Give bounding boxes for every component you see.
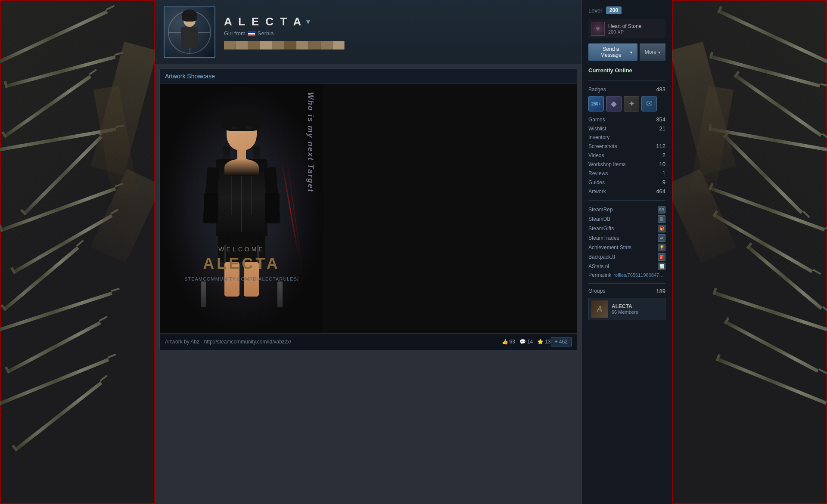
artwork-value: 464 [656, 188, 665, 195]
reviews-stat-row[interactable]: Reviews 1 [588, 169, 665, 178]
achievement-stats-row[interactable]: Achievement Stats 🏆 [588, 243, 665, 252]
comment-icon: 💬 [519, 339, 526, 345]
wishlist-label: Wishlist [588, 126, 606, 132]
group-avatar: A [591, 300, 608, 318]
main-content: A L E C T A ▾ Girl from Serbia [155, 0, 672, 504]
right-weapon-panel [672, 0, 827, 504]
permalink-value: rofiles/76561198084777570 [613, 272, 665, 278]
third-party-links: SteamRep SR SteamDB 🗄 SteamGifts 🎁 Steam… [588, 205, 665, 279]
workshop-stat-row[interactable]: Workshop Items 10 [588, 160, 665, 169]
badge-ornate-icon: ✦ [624, 96, 639, 111]
games-label: Games [588, 117, 605, 123]
online-status: Currently Online [588, 67, 665, 74]
groups-value: 189 [656, 288, 665, 294]
welcome-text-block: WELCOME ALECTA STEAMCOMMUNITY.COM/ID/ALE… [177, 246, 306, 281]
guides-stat-row[interactable]: Guides 9 [588, 178, 665, 187]
groups-label: Groups [588, 288, 605, 294]
videos-value: 2 [662, 152, 665, 158]
plus-count-button[interactable]: + 462 [551, 337, 572, 346]
award-star-icon: ⭐ [537, 339, 544, 345]
likes-count: 👍 63 [502, 339, 515, 345]
guides-value: 9 [662, 179, 665, 186]
astats-row[interactable]: AStats.nl 📊 [588, 262, 665, 271]
steamtrades-icon: ⇄ [658, 234, 665, 242]
wishlist-stat-row[interactable]: Wishlist 21 [588, 124, 665, 133]
screenshots-label: Screenshots [588, 143, 617, 149]
artwork-interactions: 👍 63 💬 14 ⭐ 13 [502, 339, 551, 345]
right-sidebar: Level 200 ♥ Heart of Stone 200 XP Send a… [581, 0, 672, 504]
send-message-button[interactable]: Send a Message ▾ [588, 43, 637, 61]
groups-header: Groups 189 [588, 288, 665, 294]
more-button[interactable]: More ▾ [640, 43, 665, 61]
username-text: A L E C T A [224, 15, 303, 28]
content-area: Artwork Showcase [155, 65, 581, 504]
steamrep-icon: SR [658, 206, 665, 213]
welcome-url: STEAMCOMMUNITY.COM/ID/ALECTARULES/ [177, 276, 306, 281]
heart-icon: ♥ [591, 22, 605, 36]
awards-count: ⭐ 13 [537, 339, 550, 345]
backpack-row[interactable]: Backpack.tf 🎒 [588, 252, 665, 262]
inventory-stat-row[interactable]: Inventory [588, 133, 665, 142]
videos-stat-row[interactable]: Videos 2 [588, 151, 665, 160]
permalink-label: Permalink [588, 272, 611, 278]
guides-label: Guides [588, 179, 605, 186]
steamgifts-row[interactable]: SteamGifts 🎁 [588, 224, 665, 233]
stats-section: Badges 483 250+ ◆ ✦ ✉ Games 354 Wishlist… [588, 85, 665, 196]
games-value: 354 [656, 116, 665, 123]
artwork-footer: Artwork by Abz - http://steamcommunity.c… [160, 333, 577, 350]
workshop-value: 10 [659, 161, 665, 167]
artwork-showcase: Artwork Showcase [159, 69, 577, 350]
badges-row: 250+ ◆ ✦ ✉ [588, 96, 665, 111]
badges-stat-row: Badges 483 [588, 85, 665, 94]
left-weapon-panel [0, 0, 155, 504]
reviews-label: Reviews [588, 170, 608, 176]
badge-envelope-icon: ✉ [641, 96, 657, 111]
astats-icon: 📊 [658, 263, 665, 270]
action-buttons: Send a Message ▾ More ▾ [588, 43, 665, 61]
wishlist-value: 21 [659, 125, 665, 132]
avatar-container [164, 6, 215, 58]
message-caret-icon: ▾ [630, 50, 632, 55]
heart-badge-row: ♥ Heart of Stone 200 XP [588, 19, 665, 38]
level-section: Level 200 [588, 6, 665, 14]
games-stat-row[interactable]: Games 354 [588, 115, 665, 124]
steamrep-row[interactable]: SteamRep SR [588, 205, 665, 214]
badge-xp: 200 XP [608, 29, 663, 34]
badges-label: Badges [588, 87, 606, 93]
level-value: 200 [606, 6, 622, 14]
steamtrades-row[interactable]: SteamTrades ⇄ [588, 233, 665, 243]
steamdb-icon: 🗄 [658, 215, 665, 223]
side-text-overlay: Who is my next Target [289, 92, 315, 192]
group-members: 66 Members [612, 309, 638, 315]
inventory-label: Inventory [588, 134, 609, 140]
badge-bar [224, 41, 345, 49]
artwork-label: Artwork [588, 189, 606, 195]
group-name: ALECTA [612, 303, 638, 309]
badge-diamond-icon: ◆ [606, 96, 622, 111]
screenshots-value: 112 [656, 143, 665, 149]
showcase-title: Artwork Showcase [160, 69, 577, 83]
permalink-row: Permalink rofiles/76561198084777570 [588, 271, 665, 279]
artwork-stat-row[interactable]: Artwork 464 [588, 187, 665, 196]
reviews-value: 1 [662, 170, 665, 176]
name-caret-icon: ▾ [306, 18, 311, 26]
comments-count: 💬 14 [519, 339, 533, 345]
welcome-name: ALECTA [177, 255, 306, 273]
achievement-stats-icon: 🏆 [658, 244, 665, 251]
thumbs-up-icon: 👍 [502, 339, 508, 345]
level-label: Level [588, 7, 602, 14]
badge-name: Heart of Stone [608, 23, 663, 29]
country-flag-icon [248, 31, 255, 36]
videos-label: Videos [588, 152, 604, 158]
more-caret-icon: ▾ [658, 50, 660, 55]
badges-value: 483 [656, 86, 665, 93]
workshop-label: Workshop Items [588, 161, 625, 167]
featured-group-card[interactable]: A ALECTA 66 Members [588, 298, 665, 320]
steamdb-row[interactable]: SteamDB 🗄 [588, 214, 665, 224]
group-info: ALECTA 66 Members [612, 303, 638, 315]
groups-section: Groups 189 A ALECTA 66 Members [588, 288, 665, 320]
screenshots-stat-row[interactable]: Screenshots 112 [588, 142, 665, 151]
artwork-frame: Who is my next Target WELCOME ALECTA STE… [160, 83, 323, 333]
steamgifts-icon: 🎁 [658, 225, 665, 232]
welcome-label: WELCOME [177, 246, 306, 253]
